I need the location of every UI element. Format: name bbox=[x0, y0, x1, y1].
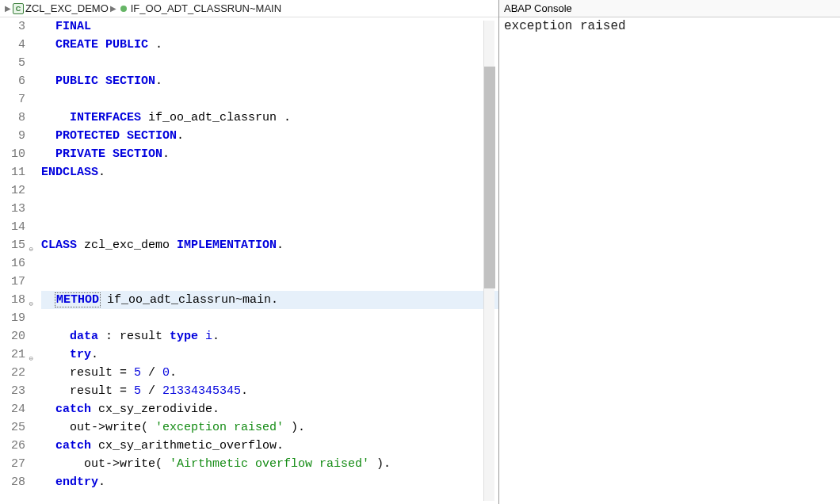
chevron-right-icon: ▶ bbox=[5, 4, 11, 13]
token-num: 0 bbox=[162, 366, 170, 380]
line-number: 25 bbox=[0, 418, 25, 437]
line-number: 8 bbox=[0, 109, 25, 127]
token-kw: try bbox=[70, 348, 91, 361]
token: if_oo_adt_classrun~main. bbox=[100, 293, 278, 307]
code-line[interactable]: catch cx_sy_arithmetic_overflow. bbox=[41, 437, 498, 455]
code-line[interactable]: result = 5 / 21334345345. bbox=[41, 382, 498, 400]
token-kw: CREATE PUBLIC bbox=[55, 38, 148, 52]
token bbox=[41, 20, 55, 33]
token: / bbox=[141, 366, 162, 380]
token bbox=[41, 439, 55, 452]
code-line[interactable]: FINAL bbox=[41, 17, 498, 36]
code-line[interactable]: catch cx_sy_zerodivide. bbox=[41, 400, 498, 418]
token-kw: catch bbox=[55, 403, 91, 416]
token bbox=[198, 330, 205, 343]
token-kw: data bbox=[70, 330, 98, 343]
line-number: 19 bbox=[0, 309, 25, 327]
token: : result bbox=[98, 330, 170, 343]
class-icon: C bbox=[13, 3, 24, 14]
token bbox=[41, 348, 70, 361]
code-line[interactable] bbox=[41, 200, 498, 218]
token: . bbox=[98, 166, 105, 179]
code-line[interactable]: CLASS zcl_exc_demo IMPLEMENTATION. bbox=[41, 236, 498, 254]
token-kw: PUBLIC SECTION bbox=[55, 74, 155, 88]
token bbox=[41, 38, 55, 52]
code-line[interactable]: try. bbox=[41, 346, 498, 364]
token bbox=[41, 74, 55, 88]
token-kw: PROTECTED SECTION bbox=[55, 129, 177, 143]
token bbox=[41, 293, 55, 307]
breadcrumb-class[interactable]: ZCL_EXC_DEMO bbox=[25, 2, 109, 14]
code-line[interactable]: out->write( 'Airthmetic overflow raised'… bbox=[41, 455, 498, 473]
code-line[interactable] bbox=[41, 254, 498, 273]
token: . bbox=[177, 129, 184, 143]
chevron-right-icon: ▶ bbox=[110, 4, 116, 13]
code-line[interactable]: PROTECTED SECTION. bbox=[41, 127, 498, 145]
token: if_oo_adt_classrun . bbox=[141, 111, 291, 124]
editor-panel: ▶ C ZCL_EXC_DEMO ▶ IF_OO_ADT_CLASSRUN~MA… bbox=[0, 0, 499, 504]
token-num: 5 bbox=[134, 384, 141, 398]
token: result = bbox=[41, 366, 134, 380]
token: . bbox=[91, 348, 98, 361]
token: result = bbox=[41, 384, 134, 398]
fold-marker-icon[interactable]: ⊖ bbox=[27, 241, 33, 247]
code-line[interactable]: CREATE PUBLIC . bbox=[41, 36, 498, 54]
code-line[interactable] bbox=[41, 273, 498, 291]
code-line[interactable] bbox=[41, 54, 498, 72]
line-number: 17 bbox=[0, 273, 25, 291]
token-kw: catch bbox=[55, 439, 91, 452]
line-gutter: 3456789101112131415⊖161718⊖192021⊖222324… bbox=[0, 17, 30, 504]
token: out->write( bbox=[41, 457, 170, 471]
line-number: 4 bbox=[0, 36, 25, 54]
token: cx_sy_arithmetic_overflow. bbox=[91, 439, 284, 452]
code-line[interactable] bbox=[41, 309, 498, 327]
token: / bbox=[141, 384, 162, 398]
code-line[interactable]: out->write( 'exception raised' ). bbox=[41, 418, 498, 437]
line-number: 5 bbox=[0, 54, 25, 72]
code-line[interactable] bbox=[41, 218, 498, 236]
token bbox=[41, 475, 55, 489]
console-title: ABAP Console bbox=[499, 0, 840, 17]
code-area[interactable]: 3456789101112131415⊖161718⊖192021⊖222324… bbox=[0, 17, 498, 504]
code-line[interactable]: ENDCLASS. bbox=[41, 163, 498, 181]
token-num: 21334345345 bbox=[162, 384, 241, 398]
token: . bbox=[277, 239, 284, 252]
scrollbar-thumb[interactable] bbox=[484, 67, 495, 288]
token-kw: INTERFACES bbox=[70, 111, 141, 124]
token-kw: type bbox=[170, 330, 198, 343]
fold-marker-icon[interactable]: ⊖ bbox=[27, 296, 33, 302]
line-number: 22 bbox=[0, 364, 25, 382]
console-output: exception raised bbox=[499, 17, 840, 504]
code-line[interactable]: endtry. bbox=[41, 473, 498, 491]
token: . bbox=[212, 330, 220, 343]
token bbox=[41, 403, 55, 416]
breadcrumb: ▶ C ZCL_EXC_DEMO ▶ IF_OO_ADT_CLASSRUN~MA… bbox=[0, 0, 498, 17]
code-line[interactable] bbox=[41, 90, 498, 109]
token: . bbox=[241, 384, 248, 398]
breadcrumb-method[interactable]: IF_OO_ADT_CLASSRUN~MAIN bbox=[131, 2, 281, 14]
line-number: 15⊖ bbox=[0, 236, 25, 254]
code-line[interactable]: result = 5 / 0. bbox=[41, 364, 498, 382]
code-line[interactable] bbox=[41, 181, 498, 200]
code-line[interactable]: data : result type i. bbox=[41, 327, 498, 346]
token-kw-plain: i bbox=[205, 330, 212, 343]
line-number: 20 bbox=[0, 327, 25, 346]
line-number: 23 bbox=[0, 382, 25, 400]
line-number: 7 bbox=[0, 90, 25, 109]
line-number: 14 bbox=[0, 218, 25, 236]
line-number: 26 bbox=[0, 437, 25, 455]
line-number: 18⊖ bbox=[0, 291, 25, 309]
line-number: 10 bbox=[0, 145, 25, 163]
line-number: 27 bbox=[0, 455, 25, 473]
code-line[interactable]: INTERFACES if_oo_adt_classrun . bbox=[41, 109, 498, 127]
code-line[interactable]: PUBLIC SECTION. bbox=[41, 72, 498, 90]
code-line[interactable]: PRIVATE SECTION. bbox=[41, 145, 498, 163]
token bbox=[41, 111, 70, 124]
token-kw: IMPLEMENTATION bbox=[177, 239, 277, 252]
code-lines[interactable]: FINAL CREATE PUBLIC . PUBLIC SECTION. IN… bbox=[30, 17, 498, 504]
line-number: 6 bbox=[0, 72, 25, 90]
scrollbar-track[interactable] bbox=[483, 21, 494, 501]
token: . bbox=[155, 74, 162, 88]
fold-marker-icon[interactable]: ⊖ bbox=[27, 350, 33, 357]
code-line[interactable]: METHOD if_oo_adt_classrun~main. bbox=[41, 291, 498, 309]
